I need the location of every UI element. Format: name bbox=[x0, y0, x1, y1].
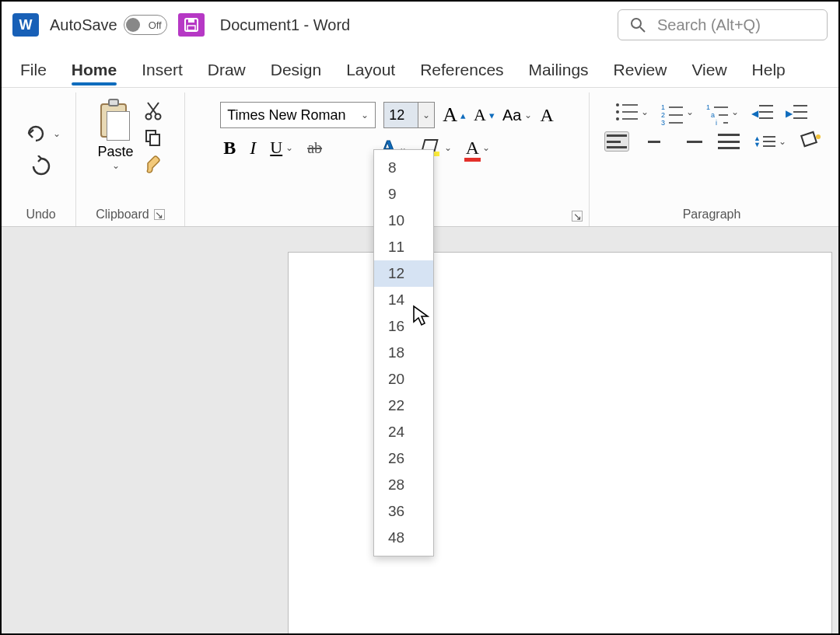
copy-icon bbox=[144, 128, 163, 147]
font-size-option[interactable]: 28 bbox=[374, 472, 433, 498]
paragraph-group-label: Paragraph bbox=[683, 208, 741, 222]
italic-button[interactable]: I bbox=[250, 138, 256, 159]
svg-line-4 bbox=[640, 27, 645, 32]
autosave-state: Off bbox=[149, 19, 162, 31]
title-bar: W AutoSave Off Document1 - Word Search (… bbox=[2, 2, 838, 48]
numbering-button[interactable]: 123⌄ bbox=[661, 103, 694, 120]
ribbon-tabs: File Home Insert Draw Design Layout Refe… bbox=[2, 48, 838, 87]
shading-button[interactable] bbox=[799, 133, 819, 150]
font-color-button[interactable]: A⌄ bbox=[466, 138, 490, 159]
paste-dropdown[interactable]: ⌄ bbox=[112, 160, 120, 171]
font-size-option[interactable]: 24 bbox=[374, 419, 433, 445]
autosave-control[interactable]: AutoSave Off bbox=[50, 15, 167, 35]
font-size-combo[interactable]: 12 ⌄ bbox=[383, 102, 435, 128]
group-clipboard: Paste ⌄ Clipboard↘ bbox=[76, 92, 185, 226]
line-spacing-button[interactable]: ▲▼⌄ bbox=[754, 132, 786, 151]
font-size-option[interactable]: 12 bbox=[374, 260, 433, 287]
tab-mailings[interactable]: Mailings bbox=[529, 58, 589, 87]
align-right-button[interactable] bbox=[679, 131, 704, 152]
bullets-icon bbox=[616, 103, 638, 120]
scissors-icon bbox=[145, 101, 162, 121]
svg-point-5 bbox=[145, 114, 151, 120]
font-size-option[interactable]: 10 bbox=[374, 208, 433, 234]
increase-indent-icon: ▶ bbox=[786, 103, 807, 120]
save-button[interactable] bbox=[178, 13, 205, 37]
strikethrough-button[interactable]: ab bbox=[307, 139, 322, 157]
font-size-dropdown[interactable]: 8910111214161820222426283648 bbox=[373, 149, 434, 556]
font-name-caret-icon: ⌄ bbox=[361, 110, 369, 120]
word-app-icon: W bbox=[12, 13, 39, 37]
tab-references[interactable]: References bbox=[420, 58, 503, 87]
svg-point-3 bbox=[632, 19, 641, 28]
font-size-option[interactable]: 36 bbox=[374, 498, 433, 525]
numbering-icon: 123 bbox=[661, 103, 683, 120]
search-box[interactable]: Search (Alt+Q) bbox=[618, 9, 828, 40]
align-left-button[interactable] bbox=[604, 131, 629, 152]
format-painter-button[interactable] bbox=[141, 152, 166, 176]
undo-group-label: Undo bbox=[26, 208, 55, 222]
brush-icon bbox=[143, 154, 163, 174]
paste-button[interactable]: Paste ⌄ bbox=[96, 96, 136, 171]
underline-button[interactable]: U⌄ bbox=[270, 138, 293, 158]
clipboard-group-label: Clipboard bbox=[96, 208, 149, 222]
svg-rect-1 bbox=[188, 19, 194, 23]
clipboard-launcher[interactable]: ↘ bbox=[154, 209, 165, 220]
font-name-combo[interactable]: Times New Roman ⌄ bbox=[220, 102, 376, 128]
svg-rect-10 bbox=[150, 134, 159, 145]
align-center-button[interactable] bbox=[642, 131, 667, 152]
font-size-option[interactable]: 8 bbox=[374, 155, 433, 181]
repeat-button[interactable] bbox=[27, 152, 55, 180]
tab-design[interactable]: Design bbox=[271, 58, 321, 87]
undo-dropdown[interactable]: ⌄ bbox=[53, 128, 61, 139]
grow-font-button[interactable]: A▴ bbox=[443, 103, 466, 127]
font-size-value[interactable]: 12 bbox=[383, 102, 418, 128]
copy-button[interactable] bbox=[141, 125, 166, 150]
undo-icon bbox=[24, 124, 47, 144]
font-size-option[interactable]: 48 bbox=[374, 525, 433, 551]
group-undo: ⌄ Undo bbox=[6, 92, 76, 226]
font-size-option[interactable]: 18 bbox=[374, 340, 433, 366]
tab-help[interactable]: Help bbox=[752, 58, 786, 87]
multilevel-list-button[interactable]: 1ai⌄ bbox=[706, 103, 739, 120]
font-size-option[interactable]: 22 bbox=[374, 393, 433, 419]
document-title: Document1 - Word bbox=[220, 16, 350, 34]
font-launcher[interactable]: ↘ bbox=[572, 211, 583, 222]
paste-icon bbox=[96, 100, 136, 141]
tab-layout[interactable]: Layout bbox=[346, 58, 395, 87]
undo-button[interactable] bbox=[22, 120, 50, 148]
cut-button[interactable] bbox=[141, 99, 166, 124]
font-size-option[interactable]: 11 bbox=[374, 234, 433, 260]
mouse-cursor-icon bbox=[412, 305, 429, 326]
font-size-option[interactable]: 26 bbox=[374, 445, 433, 472]
svg-point-6 bbox=[155, 114, 160, 120]
change-case-button[interactable]: Aa⌄ bbox=[502, 106, 532, 124]
paste-label: Paste bbox=[97, 141, 133, 160]
shrink-font-button[interactable]: A▾ bbox=[474, 105, 495, 125]
tab-review[interactable]: Review bbox=[614, 58, 667, 87]
save-icon bbox=[184, 17, 199, 33]
bullets-button[interactable]: ⌄ bbox=[616, 103, 649, 120]
tab-draw[interactable]: Draw bbox=[208, 58, 246, 87]
font-size-option[interactable]: 9 bbox=[374, 181, 433, 208]
decrease-indent-icon: ◀ bbox=[751, 103, 773, 120]
clear-formatting-button[interactable]: A bbox=[540, 105, 553, 126]
font-size-caret[interactable]: ⌄ bbox=[418, 102, 435, 128]
increase-indent-button[interactable]: ▶ bbox=[786, 103, 807, 120]
autosave-label: AutoSave bbox=[50, 16, 117, 34]
multilevel-icon: 1ai bbox=[706, 103, 728, 120]
tab-view[interactable]: View bbox=[691, 58, 726, 87]
decrease-indent-button[interactable]: ◀ bbox=[751, 103, 773, 120]
tab-insert[interactable]: Insert bbox=[142, 58, 183, 87]
svg-rect-2 bbox=[187, 26, 195, 30]
paint-bucket-icon bbox=[799, 133, 819, 150]
font-name-value: Times New Roman bbox=[227, 107, 345, 124]
autosave-toggle[interactable]: Off bbox=[124, 15, 167, 35]
align-justify-button[interactable] bbox=[716, 131, 741, 152]
tab-file[interactable]: File bbox=[20, 58, 47, 87]
search-placeholder: Search (Alt+Q) bbox=[657, 16, 761, 34]
font-size-option[interactable]: 20 bbox=[374, 366, 433, 393]
tab-home[interactable]: Home bbox=[72, 58, 117, 87]
group-paragraph: ⌄ 123⌄ 1ai⌄ ◀ ▶ ▲▼⌄ bbox=[590, 92, 834, 226]
document-page[interactable] bbox=[288, 252, 832, 635]
bold-button[interactable]: B bbox=[223, 138, 236, 159]
